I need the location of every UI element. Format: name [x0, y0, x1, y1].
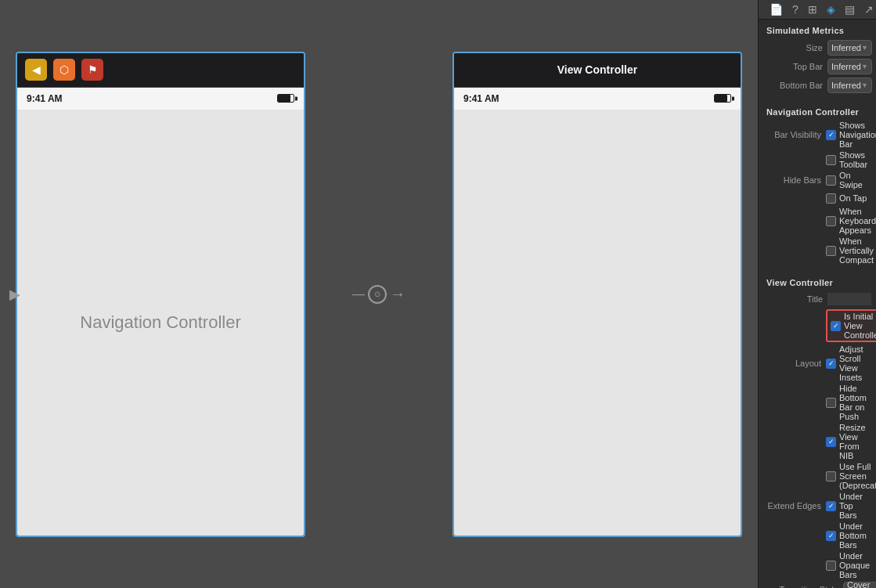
size-dropdown-arrow: ▼	[861, 44, 868, 52]
adjust-scroll-row: Layout Adjust Scroll View Insets	[759, 344, 876, 383]
shows-toolbar-checkbox[interactable]	[826, 155, 836, 165]
is-initial-container: Is Initial View Controller	[759, 308, 876, 344]
extend-edges-label: Extend Edges	[763, 501, 826, 510]
vc-title: View Controller	[557, 63, 637, 76]
hide-bottom-bar-label: Hide Bottom Bar on Push	[839, 384, 871, 421]
is-initial-checkbox[interactable]	[831, 321, 841, 331]
size-row: Size Inferred ▼	[759, 38, 876, 57]
back-icon[interactable]: ◀	[25, 59, 47, 81]
bottom-bar-label: Bottom Bar	[763, 81, 823, 90]
use-full-screen-label: Use Full Screen (Deprecated)	[839, 462, 876, 490]
shows-nav-bar-checkbox[interactable]	[826, 130, 836, 140]
nav-controller-header: Navigation Controller	[759, 101, 876, 120]
under-bottom-bars-checkbox[interactable]	[826, 531, 836, 541]
segue-icon: ⊙	[374, 290, 380, 298]
file-toolbar-icon[interactable]: 📄	[765, 0, 788, 19]
vc-titlebar: View Controller	[454, 53, 741, 88]
simulated-metrics-section: Simulated Metrics Size Inferred ▼ Top Ba…	[759, 20, 876, 95]
navigation-controller-section: Navigation Controller Bar Visibility Sho…	[759, 101, 876, 265]
vc-content	[454, 110, 741, 536]
vc-title-field[interactable]	[827, 293, 871, 305]
transition-row: Transition Style Cover Vertical ▼	[759, 580, 876, 588]
when-keyboard-label: When Keyboard Appears	[839, 207, 876, 235]
connector-line: —	[352, 287, 365, 301]
vc-title-input[interactable]	[827, 293, 871, 305]
when-vertically-checkbox[interactable]	[826, 246, 836, 256]
when-keyboard-checkbox[interactable]	[826, 216, 836, 226]
title-row: Title	[759, 290, 876, 308]
nav-controller-frame: ◀ ⬡ ⚑ 9:41 AM Navigation Controller	[16, 52, 305, 537]
on-tap-checkbox[interactable]	[826, 193, 836, 204]
right-panel: 📄 ? ⊞ ◈ ▤ ↗ Simulated Metrics Size Infer…	[758, 0, 876, 588]
use-full-screen-row: Use Full Screen (Deprecated)	[759, 461, 876, 491]
when-keyboard-row: When Keyboard Appears	[759, 206, 876, 236]
help-toolbar-icon[interactable]: ?	[788, 0, 803, 19]
pointer-toolbar-icon[interactable]: ◈	[822, 0, 840, 19]
connector-arrow: →	[390, 285, 406, 303]
view-controller-frame: View Controller 9:41 AM	[452, 52, 742, 537]
bottom-bar-row: Bottom Bar Inferred ▼	[759, 76, 876, 95]
bottom-bar-select[interactable]: Inferred ▼	[827, 78, 872, 93]
vc-section-header: View Controller	[759, 272, 876, 290]
under-opaque-bars-checkbox[interactable]	[826, 561, 836, 571]
transition-value: Cover Vertical	[847, 580, 875, 588]
top-bar-select[interactable]: Inferred ▼	[827, 59, 872, 74]
under-bottom-bars-label: Under Bottom Bars	[839, 521, 871, 550]
segue-connector: — ⊙ →	[352, 285, 406, 304]
is-initial-label: Is Initial View Controller	[844, 312, 876, 340]
link-toolbar-icon[interactable]: ↗	[860, 0, 876, 19]
under-opaque-bars-label: Under Opaque Bars	[839, 551, 871, 579]
under-bottom-bars-row: Under Bottom Bars	[759, 521, 876, 550]
size-select[interactable]: Inferred ▼	[827, 40, 872, 56]
top-bar-label: Top Bar	[763, 62, 823, 71]
shows-toolbar-label: Shows Toolbar	[839, 150, 871, 169]
size-value: Inferred	[831, 43, 861, 52]
nav-titlebar: ◀ ⬡ ⚑	[17, 53, 304, 88]
resize-view-checkbox[interactable]	[826, 437, 836, 447]
hide-bars-label: Hide Bars	[763, 175, 826, 185]
adjust-scroll-label: Adjust Scroll View Insets	[839, 345, 871, 382]
panel-toolbar-icon[interactable]: ▤	[840, 0, 860, 19]
vc-status-time: 9:41 AM	[463, 93, 499, 104]
on-tap-label: On Tap	[839, 193, 867, 203]
hide-bottom-bar-checkbox[interactable]	[826, 398, 836, 408]
shows-nav-bar-label: Shows Navigation Bar	[839, 121, 876, 149]
cube-icon[interactable]: ⬡	[53, 59, 75, 81]
on-swipe-row: Hide Bars On Swipe	[759, 170, 876, 190]
nav-controller-label: Navigation Controller	[80, 312, 240, 333]
flag-icon[interactable]: ⚑	[81, 59, 103, 81]
nav-battery	[277, 94, 294, 103]
adjust-scroll-checkbox[interactable]	[826, 359, 836, 369]
size-label: Size	[763, 43, 823, 52]
nav-status-bar: 9:41 AM	[17, 88, 304, 110]
panel-toolbar: 📄 ? ⊞ ◈ ▤ ↗	[759, 0, 876, 20]
bottom-bar-value: Inferred	[831, 81, 861, 90]
when-vertically-label: When Vertically Compact	[839, 236, 874, 265]
layout-label: Layout	[763, 359, 826, 368]
use-full-screen-checkbox[interactable]	[826, 471, 836, 482]
top-bar-dropdown-arrow: ▼	[861, 63, 868, 70]
under-opaque-bars-row: Under Opaque Bars	[759, 550, 876, 580]
bar-visibility-label: Bar Visibility	[763, 130, 826, 139]
shows-toolbar-row: Shows Toolbar	[759, 150, 876, 170]
vc-title-label: Title	[763, 294, 823, 304]
vc-battery	[714, 94, 731, 103]
on-swipe-label: On Swipe	[839, 171, 871, 189]
bar-visibility-row: Bar Visibility Shows Navigation Bar	[759, 120, 876, 150]
transition-label: Transition Style	[763, 585, 838, 588]
top-bar-value: Inferred	[831, 62, 861, 71]
on-swipe-checkbox[interactable]	[826, 175, 836, 186]
transition-select[interactable]: Cover Vertical ▼	[843, 582, 876, 588]
under-top-bars-row: Extend Edges Under Top Bars	[759, 491, 876, 521]
segue-circle: ⊙	[368, 285, 387, 304]
grid-toolbar-icon[interactable]: ⊞	[803, 0, 822, 19]
under-top-bars-label: Under Top Bars	[839, 492, 871, 520]
nav-controller-content: Navigation Controller	[17, 110, 304, 536]
bottom-bar-dropdown-arrow: ▼	[861, 81, 868, 89]
canvas-area: ▶ ◀ ⬡ ⚑ 9:41 AM Navigation Controller — …	[0, 0, 758, 588]
when-vertically-row: When Vertically Compact	[759, 236, 876, 265]
resize-view-row: Resize View From NIB	[759, 422, 876, 461]
hide-bottom-bar-row: Hide Bottom Bar on Push	[759, 383, 876, 422]
under-top-bars-checkbox[interactable]	[826, 501, 836, 511]
left-edge-arrow: ▶	[9, 286, 20, 303]
